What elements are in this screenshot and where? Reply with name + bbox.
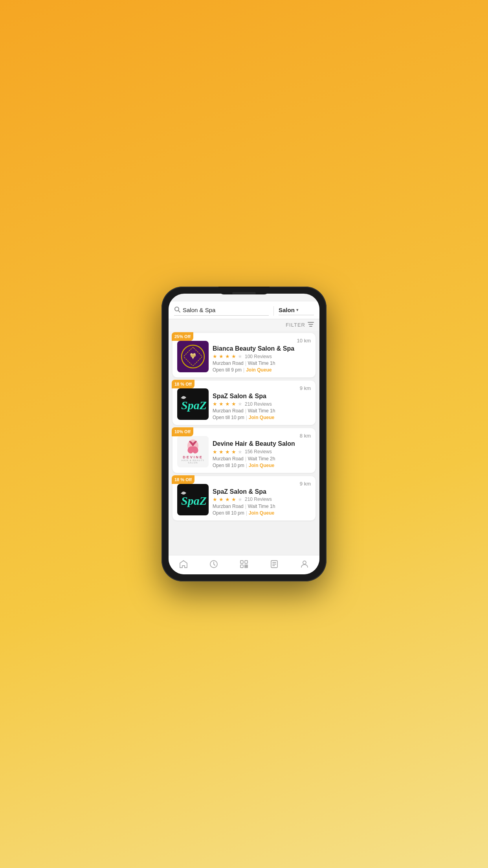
discount-badge: 10% Off	[172, 427, 193, 436]
svg-point-24	[303, 561, 306, 564]
svg-rect-17	[246, 565, 248, 566]
salon-logo-bianca: ♥ ✒	[177, 341, 209, 372]
details-row-2: Open till 9 pm | Join Queue	[213, 367, 311, 373]
search-icon	[174, 306, 180, 314]
phone-camera	[232, 292, 256, 294]
nav-history[interactable]	[209, 559, 218, 569]
salon-logo-spaz2: SpaZ	[177, 484, 209, 515]
phone-screen: Salon & Spa Salon ▾ FILTER	[169, 294, 319, 574]
filter-label: FILTER	[286, 322, 305, 328]
star-5: ★	[238, 497, 242, 502]
discount-badge: 18 % Off	[172, 475, 194, 484]
svg-text:SpaZ: SpaZ	[181, 494, 207, 507]
details-row-1: Murzban Road | Wait Time 2h	[213, 456, 311, 462]
star-2: ★	[219, 401, 224, 407]
svg-rect-18	[245, 566, 246, 568]
wait-time: Wait Time 2h	[248, 456, 275, 462]
svg-rect-19	[246, 566, 248, 568]
join-queue-button[interactable]: Join Queue	[246, 367, 272, 373]
nav-list[interactable]	[270, 559, 279, 569]
salon-card-spaz2[interactable]: 18 % Off SpaZ 9 km SpaZ Salon & Spa ★★★★…	[172, 476, 316, 520]
nav-profile[interactable]	[300, 559, 309, 569]
nav-qr[interactable]	[239, 559, 249, 569]
star-1: ★	[213, 353, 217, 359]
svg-line-1	[178, 311, 180, 312]
salon-address: Murzban Road	[213, 408, 244, 414]
category-dropdown[interactable]: Salon ▾	[279, 307, 314, 315]
salon-card-spaz1[interactable]: 18 % Off SpaZ 9 km SpaZ Salon & Spa ★★★★…	[172, 381, 316, 425]
star-3: ★	[225, 497, 230, 502]
salon-address: Murzban Road	[213, 504, 244, 509]
filter-row: FILTER	[169, 319, 319, 331]
star-5: ★	[238, 401, 242, 407]
svg-text:✒: ✒	[190, 352, 196, 360]
salon-info-spaz2: 9 km SpaZ Salon & Spa ★★★★★ 210 Reviews …	[213, 481, 311, 516]
salon-list: 25% Off ♥ ✒ 10 km Bianca Beauty Salon & …	[169, 331, 319, 555]
svg-rect-13	[240, 561, 243, 563]
discount-badge: 18 % Off	[172, 380, 194, 388]
join-queue-button[interactable]: Join Queue	[249, 415, 274, 420]
star-1: ★	[213, 401, 217, 407]
details-row-1: Murzban Road | Wait Time 1h	[213, 504, 311, 509]
salon-address: Murzban Road	[213, 360, 244, 366]
salon-name: SpaZ Salon & Spa	[213, 488, 311, 495]
open-till: Open till 9 pm	[213, 367, 242, 373]
nav-home[interactable]	[179, 559, 188, 569]
star-3: ★	[225, 353, 230, 359]
reviews-count: 100 Reviews	[245, 354, 272, 359]
star-5: ★	[238, 353, 242, 359]
details-row-2: Open till 10 pm | Join Queue	[213, 463, 311, 468]
salon-distance: 9 km	[300, 385, 311, 391]
salon-name: Bianca Beauty Salon & Spa	[213, 345, 311, 352]
discount-badge: 25% Off	[172, 332, 193, 341]
filter-icon[interactable]	[308, 322, 314, 328]
salon-info-bianca: 10 km Bianca Beauty Salon & Spa ★★★★★ 10…	[213, 338, 311, 373]
details-row-2: Open till 10 pm | Join Queue	[213, 510, 311, 516]
star-3: ★	[225, 401, 230, 407]
details-row-1: Murzban Road | Wait Time 1h	[213, 408, 311, 414]
salon-distance: 8 km	[300, 433, 311, 439]
search-input-text[interactable]: Salon & Spa	[183, 307, 215, 313]
star-4: ★	[231, 401, 236, 407]
stars-row: ★★★★★ 210 Reviews	[213, 497, 311, 502]
details-row-2: Open till 10 pm | Join Queue	[213, 415, 311, 420]
salon-info-spaz1: 9 km SpaZ Salon & Spa ★★★★★ 210 Reviews …	[213, 385, 311, 420]
salon-card-devine[interactable]: 10% Off DEVINE HAIR & BEAUTY SALON 8 km …	[172, 428, 316, 473]
salon-logo-devine: DEVINE HAIR & BEAUTY SALON	[177, 436, 209, 467]
wait-time: Wait Time 1h	[248, 504, 275, 509]
open-till: Open till 10 pm	[213, 415, 244, 420]
star-4: ★	[231, 449, 236, 455]
stars-row: ★★★★★ 156 Reviews	[213, 449, 311, 455]
salon-info-devine: 8 km Devine Hair & Beauty Salon ★★★★★ 15…	[213, 433, 311, 468]
app-screen: Salon & Spa Salon ▾ FILTER	[169, 294, 319, 574]
reviews-count: 156 Reviews	[245, 449, 272, 454]
search-divider	[273, 306, 274, 316]
salon-card-bianca[interactable]: 25% Off ♥ ✒ 10 km Bianca Beauty Salon & …	[172, 333, 316, 377]
stars-row: ★★★★★ 100 Reviews	[213, 353, 311, 359]
join-queue-button[interactable]: Join Queue	[249, 463, 274, 468]
star-3: ★	[225, 449, 230, 455]
star-1: ★	[213, 449, 217, 455]
svg-text:SpaZ: SpaZ	[181, 399, 207, 412]
svg-rect-15	[240, 565, 243, 568]
phone-frame: Salon & Spa Salon ▾ FILTER	[161, 287, 327, 581]
star-4: ★	[231, 497, 236, 502]
star-2: ★	[219, 353, 224, 359]
salon-distance: 10 km	[297, 338, 311, 344]
open-till: Open till 10 pm	[213, 510, 244, 516]
reviews-count: 210 Reviews	[245, 401, 272, 407]
star-1: ★	[213, 497, 217, 502]
salon-name: Devine Hair & Beauty Salon	[213, 440, 311, 447]
salon-distance: 9 km	[300, 481, 311, 487]
bottom-nav	[169, 555, 319, 574]
salon-logo-spaz1: SpaZ	[177, 388, 209, 420]
svg-rect-16	[245, 565, 246, 566]
open-till: Open till 10 pm	[213, 463, 244, 468]
search-bar: Salon & Spa Salon ▾	[169, 302, 319, 319]
salon-name: SpaZ Salon & Spa	[213, 392, 311, 400]
star-4: ★	[231, 353, 236, 359]
details-row-1: Murzban Road | Wait Time 1h	[213, 360, 311, 366]
salon-address: Murzban Road	[213, 456, 244, 462]
category-text: Salon	[279, 307, 295, 313]
join-queue-button[interactable]: Join Queue	[249, 510, 274, 516]
